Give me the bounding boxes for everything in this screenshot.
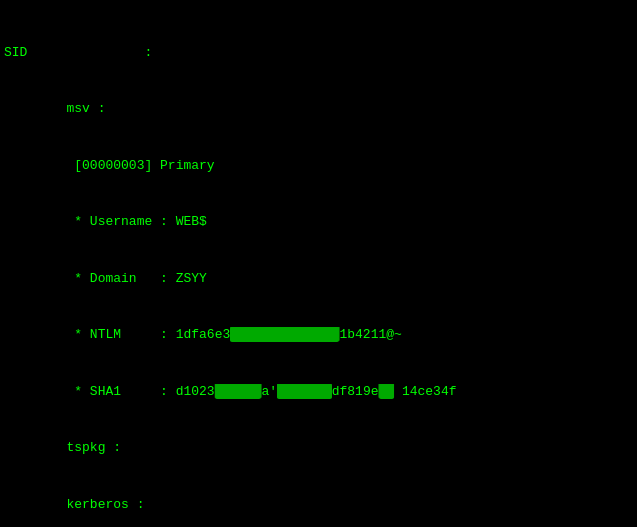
kerberos-line1: kerberos : (4, 496, 633, 515)
msv-line: msv : (4, 100, 633, 119)
msv-ntlm-line: * NTLM : 1dfa6e3██████████████1b4211@~ (4, 326, 633, 345)
tspkg-line1: tspkg : (4, 439, 633, 458)
msv-primary-line: [00000003] Primary (4, 157, 633, 176)
sid-line-top: SID : (4, 44, 633, 63)
msv-username-line: * Username : WEB$ (4, 213, 633, 232)
msv-sha1-line: * SHA1 : d1023██████a'███████df819e██ 14… (4, 383, 633, 402)
terminal-window: SID : msv : [00000003] Primary * Usernam… (0, 4, 637, 527)
msv-domain-line: * Domain : ZSYY (4, 270, 633, 289)
